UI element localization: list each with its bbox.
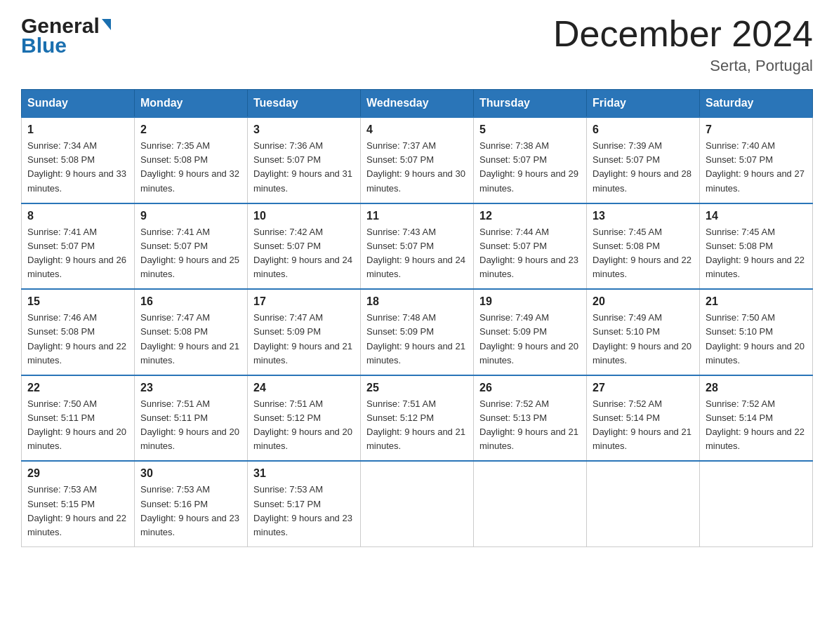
day-cell: 5 Sunrise: 7:38 AM Sunset: 5:07 PM Dayli… <box>474 117 587 203</box>
day-cell: 16 Sunrise: 7:47 AM Sunset: 5:08 PM Dayl… <box>135 289 248 375</box>
col-header-friday: Friday <box>587 90 700 118</box>
day-cell: 30 Sunrise: 7:53 AM Sunset: 5:16 PM Dayl… <box>135 461 248 546</box>
day-info: Sunrise: 7:53 AM Sunset: 5:15 PM Dayligh… <box>27 483 128 539</box>
day-number: 9 <box>140 210 241 222</box>
day-cell: 8 Sunrise: 7:41 AM Sunset: 5:07 PM Dayli… <box>22 203 135 290</box>
day-number: 12 <box>479 210 581 222</box>
day-number: 1 <box>27 123 128 136</box>
day-info: Sunrise: 7:39 AM Sunset: 5:07 PM Dayligh… <box>593 139 694 196</box>
day-number: 6 <box>593 123 694 136</box>
day-cell <box>474 461 587 546</box>
calendar-table: SundayMondayTuesdayWednesdayThursdayFrid… <box>21 89 813 547</box>
day-number: 15 <box>27 295 128 308</box>
day-info: Sunrise: 7:51 AM Sunset: 5:11 PM Dayligh… <box>140 397 241 454</box>
day-number: 18 <box>366 295 468 308</box>
day-number: 26 <box>479 382 581 394</box>
day-info: Sunrise: 7:51 AM Sunset: 5:12 PM Dayligh… <box>253 397 355 454</box>
day-number: 14 <box>706 210 807 222</box>
day-cell: 29 Sunrise: 7:53 AM Sunset: 5:15 PM Dayl… <box>22 461 135 546</box>
day-info: Sunrise: 7:53 AM Sunset: 5:17 PM Dayligh… <box>253 483 355 539</box>
page-header: General Blue December 2024 Serta, Portug… <box>21 14 813 75</box>
day-cell: 17 Sunrise: 7:47 AM Sunset: 5:09 PM Dayl… <box>248 289 361 375</box>
day-info: Sunrise: 7:52 AM Sunset: 5:13 PM Dayligh… <box>479 397 581 454</box>
day-cell <box>587 461 700 546</box>
day-number: 22 <box>27 382 128 394</box>
day-number: 29 <box>27 467 128 480</box>
day-cell: 11 Sunrise: 7:43 AM Sunset: 5:07 PM Dayl… <box>361 203 474 290</box>
col-header-saturday: Saturday <box>700 90 813 118</box>
day-cell: 7 Sunrise: 7:40 AM Sunset: 5:07 PM Dayli… <box>700 117 813 203</box>
day-cell: 2 Sunrise: 7:35 AM Sunset: 5:08 PM Dayli… <box>135 117 248 203</box>
day-info: Sunrise: 7:53 AM Sunset: 5:16 PM Dayligh… <box>140 483 241 539</box>
day-number: 24 <box>253 382 355 394</box>
day-cell: 31 Sunrise: 7:53 AM Sunset: 5:17 PM Dayl… <box>248 461 361 546</box>
day-info: Sunrise: 7:40 AM Sunset: 5:07 PM Dayligh… <box>706 139 807 196</box>
day-info: Sunrise: 7:34 AM Sunset: 5:08 PM Dayligh… <box>27 139 128 196</box>
header-row: SundayMondayTuesdayWednesdayThursdayFrid… <box>22 90 813 118</box>
day-cell: 23 Sunrise: 7:51 AM Sunset: 5:11 PM Dayl… <box>135 375 248 462</box>
day-cell: 14 Sunrise: 7:45 AM Sunset: 5:08 PM Dayl… <box>700 203 813 290</box>
logo-blue: Blue <box>21 34 67 58</box>
day-number: 13 <box>593 210 694 222</box>
day-cell: 3 Sunrise: 7:36 AM Sunset: 5:07 PM Dayli… <box>248 117 361 203</box>
week-row-5: 29 Sunrise: 7:53 AM Sunset: 5:15 PM Dayl… <box>22 461 813 546</box>
day-cell: 24 Sunrise: 7:51 AM Sunset: 5:12 PM Dayl… <box>248 375 361 462</box>
day-cell: 1 Sunrise: 7:34 AM Sunset: 5:08 PM Dayli… <box>22 117 135 203</box>
day-cell: 20 Sunrise: 7:49 AM Sunset: 5:10 PM Dayl… <box>587 289 700 375</box>
day-number: 27 <box>593 382 694 394</box>
day-cell: 28 Sunrise: 7:52 AM Sunset: 5:14 PM Dayl… <box>700 375 813 462</box>
day-info: Sunrise: 7:49 AM Sunset: 5:09 PM Dayligh… <box>479 311 581 368</box>
day-info: Sunrise: 7:35 AM Sunset: 5:08 PM Dayligh… <box>140 139 241 196</box>
day-info: Sunrise: 7:47 AM Sunset: 5:09 PM Dayligh… <box>253 311 355 368</box>
day-info: Sunrise: 7:47 AM Sunset: 5:08 PM Dayligh… <box>140 311 241 368</box>
day-info: Sunrise: 7:52 AM Sunset: 5:14 PM Dayligh… <box>593 397 694 454</box>
title-section: December 2024 Serta, Portugal <box>553 14 813 75</box>
day-number: 30 <box>140 467 241 480</box>
day-info: Sunrise: 7:37 AM Sunset: 5:07 PM Dayligh… <box>366 139 468 196</box>
day-cell: 15 Sunrise: 7:46 AM Sunset: 5:08 PM Dayl… <box>22 289 135 375</box>
day-info: Sunrise: 7:46 AM Sunset: 5:08 PM Dayligh… <box>27 311 128 368</box>
day-info: Sunrise: 7:50 AM Sunset: 5:11 PM Dayligh… <box>27 397 128 454</box>
day-number: 20 <box>593 295 694 308</box>
day-number: 31 <box>253 467 355 480</box>
logo-triangle-icon <box>102 19 111 30</box>
week-row-4: 22 Sunrise: 7:50 AM Sunset: 5:11 PM Dayl… <box>22 375 813 462</box>
day-cell: 22 Sunrise: 7:50 AM Sunset: 5:11 PM Dayl… <box>22 375 135 462</box>
day-info: Sunrise: 7:45 AM Sunset: 5:08 PM Dayligh… <box>706 225 807 282</box>
day-cell <box>700 461 813 546</box>
day-number: 7 <box>706 123 807 136</box>
day-info: Sunrise: 7:44 AM Sunset: 5:07 PM Dayligh… <box>479 225 581 282</box>
day-number: 25 <box>366 382 468 394</box>
day-number: 5 <box>479 123 581 136</box>
col-header-monday: Monday <box>135 90 248 118</box>
day-info: Sunrise: 7:43 AM Sunset: 5:07 PM Dayligh… <box>366 225 468 282</box>
week-row-3: 15 Sunrise: 7:46 AM Sunset: 5:08 PM Dayl… <box>22 289 813 375</box>
day-number: 28 <box>706 382 807 394</box>
day-cell: 12 Sunrise: 7:44 AM Sunset: 5:07 PM Dayl… <box>474 203 587 290</box>
day-info: Sunrise: 7:52 AM Sunset: 5:14 PM Dayligh… <box>706 397 807 454</box>
day-info: Sunrise: 7:38 AM Sunset: 5:07 PM Dayligh… <box>479 139 581 196</box>
day-number: 23 <box>140 382 241 394</box>
day-cell: 6 Sunrise: 7:39 AM Sunset: 5:07 PM Dayli… <box>587 117 700 203</box>
day-number: 21 <box>706 295 807 308</box>
week-row-2: 8 Sunrise: 7:41 AM Sunset: 5:07 PM Dayli… <box>22 203 813 290</box>
day-info: Sunrise: 7:36 AM Sunset: 5:07 PM Dayligh… <box>253 139 355 196</box>
day-info: Sunrise: 7:49 AM Sunset: 5:10 PM Dayligh… <box>593 311 694 368</box>
day-cell: 9 Sunrise: 7:41 AM Sunset: 5:07 PM Dayli… <box>135 203 248 290</box>
day-info: Sunrise: 7:42 AM Sunset: 5:07 PM Dayligh… <box>253 225 355 282</box>
day-cell: 21 Sunrise: 7:50 AM Sunset: 5:10 PM Dayl… <box>700 289 813 375</box>
col-header-wednesday: Wednesday <box>361 90 474 118</box>
day-number: 8 <box>27 210 128 222</box>
day-number: 19 <box>479 295 581 308</box>
day-info: Sunrise: 7:50 AM Sunset: 5:10 PM Dayligh… <box>706 311 807 368</box>
day-number: 2 <box>140 123 241 136</box>
day-number: 3 <box>253 123 355 136</box>
day-cell: 13 Sunrise: 7:45 AM Sunset: 5:08 PM Dayl… <box>587 203 700 290</box>
col-header-thursday: Thursday <box>474 90 587 118</box>
day-number: 11 <box>366 210 468 222</box>
location: Serta, Portugal <box>553 57 813 75</box>
month-title: December 2024 <box>553 14 813 54</box>
day-number: 16 <box>140 295 241 308</box>
day-cell: 25 Sunrise: 7:51 AM Sunset: 5:12 PM Dayl… <box>361 375 474 462</box>
col-header-tuesday: Tuesday <box>248 90 361 118</box>
